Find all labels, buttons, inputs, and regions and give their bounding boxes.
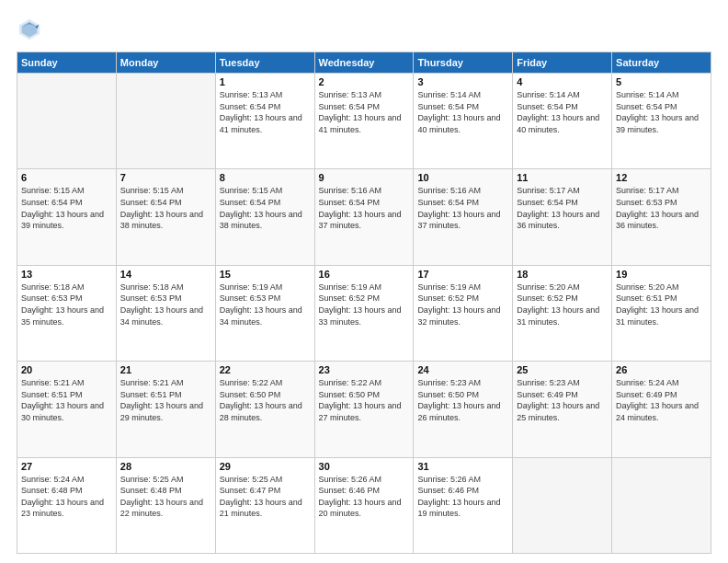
cell-info: Sunrise: 5:16 AM Sunset: 6:54 PM Dayligh… <box>417 185 508 231</box>
calendar-cell <box>513 457 612 553</box>
day-number: 11 <box>517 172 608 183</box>
calendar-cell: 23Sunrise: 5:22 AM Sunset: 6:50 PM Dayli… <box>314 362 414 457</box>
cell-info: Sunrise: 5:19 AM Sunset: 6:52 PM Dayligh… <box>417 282 508 327</box>
day-number: 21 <box>120 364 211 375</box>
calendar-cell: 4Sunrise: 5:14 AM Sunset: 6:54 PM Daylig… <box>513 74 612 169</box>
cell-info: Sunrise: 5:21 AM Sunset: 6:51 PM Dayligh… <box>120 377 211 423</box>
calendar-cell: 8Sunrise: 5:15 AM Sunset: 6:54 PM Daylig… <box>215 169 314 265</box>
calendar-cell: 2Sunrise: 5:13 AM Sunset: 6:54 PM Daylig… <box>314 74 414 169</box>
calendar-cell: 10Sunrise: 5:16 AM Sunset: 6:54 PM Dayli… <box>414 169 513 265</box>
day-number: 4 <box>517 76 608 87</box>
cell-info: Sunrise: 5:26 AM Sunset: 6:46 PM Dayligh… <box>417 474 508 520</box>
calendar-cell: 28Sunrise: 5:25 AM Sunset: 6:48 PM Dayli… <box>116 457 215 553</box>
calendar-cell: 31Sunrise: 5:26 AM Sunset: 6:46 PM Dayli… <box>414 457 513 553</box>
calendar-header-sunday: Sunday <box>17 52 117 74</box>
day-number: 9 <box>319 172 410 183</box>
calendar-week-5: 27Sunrise: 5:24 AM Sunset: 6:48 PM Dayli… <box>17 457 711 553</box>
day-number: 16 <box>319 269 410 280</box>
day-number: 18 <box>517 269 608 280</box>
calendar-header-tuesday: Tuesday <box>215 52 314 74</box>
cell-info: Sunrise: 5:19 AM Sunset: 6:53 PM Dayligh… <box>220 282 311 327</box>
cell-info: Sunrise: 5:18 AM Sunset: 6:53 PM Dayligh… <box>120 282 211 327</box>
calendar-cell: 13Sunrise: 5:18 AM Sunset: 6:53 PM Dayli… <box>17 265 117 361</box>
cell-info: Sunrise: 5:25 AM Sunset: 6:47 PM Dayligh… <box>220 474 311 520</box>
cell-info: Sunrise: 5:22 AM Sunset: 6:50 PM Dayligh… <box>319 377 410 423</box>
calendar-header-thursday: Thursday <box>414 52 513 74</box>
cell-info: Sunrise: 5:15 AM Sunset: 6:54 PM Dayligh… <box>120 185 211 231</box>
day-number: 10 <box>417 172 508 183</box>
calendar-header-friday: Friday <box>513 52 612 74</box>
cell-info: Sunrise: 5:14 AM Sunset: 6:54 PM Dayligh… <box>517 89 608 135</box>
calendar-cell: 22Sunrise: 5:22 AM Sunset: 6:50 PM Dayli… <box>215 362 314 457</box>
calendar-week-2: 6Sunrise: 5:15 AM Sunset: 6:54 PM Daylig… <box>17 169 711 265</box>
calendar-cell: 7Sunrise: 5:15 AM Sunset: 6:54 PM Daylig… <box>116 169 215 265</box>
day-number: 6 <box>21 172 112 183</box>
calendar-week-4: 20Sunrise: 5:21 AM Sunset: 6:51 PM Dayli… <box>17 362 711 457</box>
calendar-cell: 18Sunrise: 5:20 AM Sunset: 6:52 PM Dayli… <box>513 265 612 361</box>
day-number: 12 <box>616 172 707 183</box>
calendar-cell: 19Sunrise: 5:20 AM Sunset: 6:51 PM Dayli… <box>612 265 711 361</box>
calendar-cell: 26Sunrise: 5:24 AM Sunset: 6:49 PM Dayli… <box>612 362 711 457</box>
day-number: 28 <box>120 461 211 472</box>
calendar-cell <box>612 457 711 553</box>
calendar-cell: 12Sunrise: 5:17 AM Sunset: 6:53 PM Dayli… <box>612 169 711 265</box>
calendar-table: SundayMondayTuesdayWednesdayThursdayFrid… <box>17 52 711 554</box>
day-number: 5 <box>616 76 707 87</box>
day-number: 31 <box>417 461 508 472</box>
calendar-cell: 21Sunrise: 5:21 AM Sunset: 6:51 PM Dayli… <box>116 362 215 457</box>
calendar-header-monday: Monday <box>116 52 215 74</box>
calendar-week-3: 13Sunrise: 5:18 AM Sunset: 6:53 PM Dayli… <box>17 265 711 361</box>
day-number: 30 <box>319 461 410 472</box>
calendar-cell: 25Sunrise: 5:23 AM Sunset: 6:49 PM Dayli… <box>513 362 612 457</box>
calendar-cell: 16Sunrise: 5:19 AM Sunset: 6:52 PM Dayli… <box>314 265 414 361</box>
cell-info: Sunrise: 5:13 AM Sunset: 6:54 PM Dayligh… <box>220 89 311 135</box>
calendar-cell: 29Sunrise: 5:25 AM Sunset: 6:47 PM Dayli… <box>215 457 314 553</box>
calendar-cell: 30Sunrise: 5:26 AM Sunset: 6:46 PM Dayli… <box>314 457 414 553</box>
header <box>17 17 711 42</box>
calendar-week-1: 1Sunrise: 5:13 AM Sunset: 6:54 PM Daylig… <box>17 74 711 169</box>
day-number: 27 <box>21 461 112 472</box>
day-number: 1 <box>220 76 311 87</box>
cell-info: Sunrise: 5:13 AM Sunset: 6:54 PM Dayligh… <box>319 89 410 135</box>
day-number: 19 <box>616 269 707 280</box>
day-number: 3 <box>417 76 508 87</box>
day-number: 26 <box>616 364 707 375</box>
day-number: 23 <box>319 364 410 375</box>
calendar-cell <box>116 74 215 169</box>
cell-info: Sunrise: 5:17 AM Sunset: 6:54 PM Dayligh… <box>517 185 608 231</box>
cell-info: Sunrise: 5:19 AM Sunset: 6:52 PM Dayligh… <box>319 282 410 327</box>
calendar-cell <box>17 74 117 169</box>
day-number: 24 <box>417 364 508 375</box>
calendar-cell: 24Sunrise: 5:23 AM Sunset: 6:50 PM Dayli… <box>414 362 513 457</box>
day-number: 14 <box>120 269 211 280</box>
cell-info: Sunrise: 5:16 AM Sunset: 6:54 PM Dayligh… <box>319 185 410 231</box>
calendar-cell: 17Sunrise: 5:19 AM Sunset: 6:52 PM Dayli… <box>414 265 513 361</box>
cell-info: Sunrise: 5:14 AM Sunset: 6:54 PM Dayligh… <box>417 89 508 135</box>
cell-info: Sunrise: 5:22 AM Sunset: 6:50 PM Dayligh… <box>220 377 311 423</box>
day-number: 29 <box>220 461 311 472</box>
day-number: 8 <box>220 172 311 183</box>
calendar-cell: 1Sunrise: 5:13 AM Sunset: 6:54 PM Daylig… <box>215 74 314 169</box>
cell-info: Sunrise: 5:20 AM Sunset: 6:51 PM Dayligh… <box>616 282 707 327</box>
day-number: 20 <box>21 364 112 375</box>
cell-info: Sunrise: 5:17 AM Sunset: 6:53 PM Dayligh… <box>616 185 707 231</box>
cell-info: Sunrise: 5:21 AM Sunset: 6:51 PM Dayligh… <box>21 377 112 423</box>
cell-info: Sunrise: 5:18 AM Sunset: 6:53 PM Dayligh… <box>21 282 112 327</box>
calendar-cell: 20Sunrise: 5:21 AM Sunset: 6:51 PM Dayli… <box>17 362 117 457</box>
day-number: 7 <box>120 172 211 183</box>
day-number: 2 <box>319 76 410 87</box>
day-number: 15 <box>220 269 311 280</box>
day-number: 25 <box>517 364 608 375</box>
calendar-cell: 5Sunrise: 5:14 AM Sunset: 6:54 PM Daylig… <box>612 74 711 169</box>
calendar-cell: 3Sunrise: 5:14 AM Sunset: 6:54 PM Daylig… <box>414 74 513 169</box>
cell-info: Sunrise: 5:15 AM Sunset: 6:54 PM Dayligh… <box>21 185 112 231</box>
cell-info: Sunrise: 5:25 AM Sunset: 6:48 PM Dayligh… <box>120 474 211 520</box>
calendar-header-saturday: Saturday <box>612 52 711 74</box>
day-number: 13 <box>21 269 112 280</box>
cell-info: Sunrise: 5:14 AM Sunset: 6:54 PM Dayligh… <box>616 89 707 135</box>
cell-info: Sunrise: 5:23 AM Sunset: 6:49 PM Dayligh… <box>517 377 608 423</box>
day-number: 22 <box>220 364 311 375</box>
cell-info: Sunrise: 5:20 AM Sunset: 6:52 PM Dayligh… <box>517 282 608 327</box>
cell-info: Sunrise: 5:23 AM Sunset: 6:50 PM Dayligh… <box>417 377 508 423</box>
cell-info: Sunrise: 5:24 AM Sunset: 6:49 PM Dayligh… <box>616 377 707 423</box>
